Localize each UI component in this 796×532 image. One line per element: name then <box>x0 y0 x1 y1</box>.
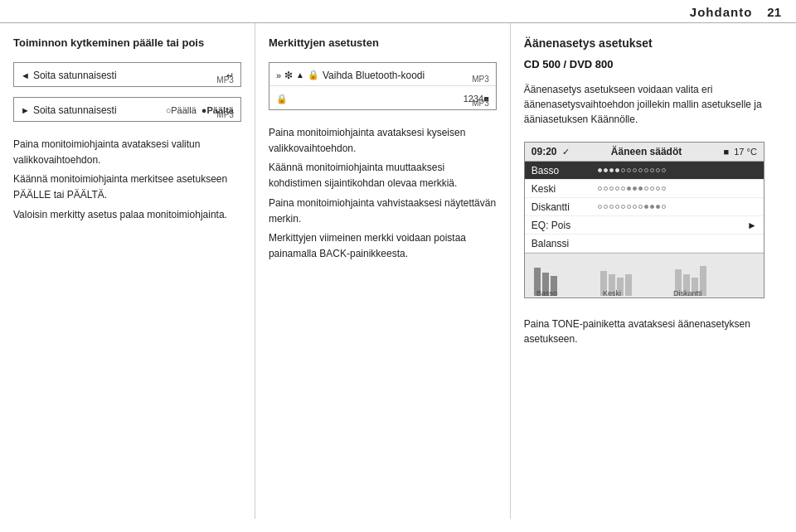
sound-row-keski[interactable]: Keski <box>525 180 764 198</box>
page-number: 21 <box>767 5 781 19</box>
time-display: 09:20 <box>531 146 557 157</box>
check-icon: ✓ <box>562 147 570 157</box>
dot <box>627 205 631 209</box>
dot <box>656 205 660 209</box>
basso-dots <box>598 168 757 172</box>
col2-text-1: Paina monitoimiohjainta avataksesi kysei… <box>269 125 497 157</box>
keski-label: Keski <box>531 183 598 195</box>
dot <box>644 168 648 172</box>
dot <box>662 205 666 209</box>
device-row: ◄ Soita satunnaisesti ↵ MP3 <box>14 63 240 86</box>
dot <box>638 168 643 172</box>
col1-text-2: Käännä monitoimiohjainta merkitsee asetu… <box>13 172 241 203</box>
page-title: Johdanto <box>690 5 753 19</box>
device-row-bt: » ❇ ▲ 🔒 Vaihda Bluetooth-koodi MP3 <box>269 63 496 86</box>
dot <box>662 186 666 191</box>
dot <box>633 186 637 191</box>
dot <box>615 168 619 172</box>
dot <box>604 205 608 209</box>
mp3-label: MP3 <box>472 75 489 84</box>
row-label: ► Soita satunnaisesti <box>21 104 166 116</box>
balanssi-label: Balanssi <box>531 238 598 249</box>
eq-arrow: ► <box>747 220 757 231</box>
row-text: Soita satunnaisesti <box>33 104 117 116</box>
dot <box>656 186 660 191</box>
dot <box>609 205 614 209</box>
sound-row-basso[interactable]: Basso <box>525 162 764 180</box>
row-text: Soita satunnaisesti <box>33 70 117 81</box>
bt-double-arrow: » <box>276 70 281 80</box>
dot <box>604 186 608 191</box>
sound-device: 09:20 ✓ Ääneen säädöt ■ 17 °C Basso <box>524 142 764 298</box>
bt-up: ▲ <box>296 70 304 80</box>
dot <box>633 205 637 209</box>
device-row-lock: 🔒 1234■ MP3 <box>269 86 496 109</box>
dot <box>662 168 666 172</box>
col1-text-1: Paina monitoimiohjainta avataksesi valit… <box>13 137 241 168</box>
col3-intro: Äänenasetys asetukseen voidaan valita er… <box>524 82 786 127</box>
lock-icon: 🔒 <box>308 70 319 80</box>
eq-label: EQ: Pois <box>531 220 598 231</box>
sound-header: 09:20 ✓ Ääneen säädöt ■ 17 °C <box>525 143 764 162</box>
arrow-icon: ► <box>21 105 30 115</box>
arrow-icon: ◄ <box>21 70 30 80</box>
dot <box>615 186 619 191</box>
dot <box>650 205 654 209</box>
diskantti-label: Diskantti <box>531 201 598 213</box>
diskantti-dots <box>598 205 757 209</box>
col2-title: Merkittyjen asetusten <box>269 36 497 51</box>
col-settings: Merkittyjen asetusten » ❇ ▲ 🔒 Vaihda Blu… <box>255 23 511 519</box>
dot <box>650 168 654 172</box>
dot <box>615 205 619 209</box>
dot <box>627 186 631 191</box>
chart-label-basso: Basso <box>536 289 557 296</box>
col2-text-2: Käännä monitoimiohjainta muuttaaksesi ko… <box>269 160 497 191</box>
bar <box>625 274 632 296</box>
dot <box>633 168 637 172</box>
sound-chart: Basso Keski Diskantti <box>532 259 756 296</box>
dot <box>598 186 602 191</box>
dot <box>638 205 643 209</box>
dot <box>638 186 643 191</box>
bt-icon: ❇ <box>284 70 293 81</box>
col3-title: Äänenasetys asetukset <box>524 36 786 50</box>
sound-title: Ääneen säädöt <box>575 146 719 157</box>
col1-text-3: Valoisin merkitty asetus palaa monitoimi… <box>13 207 241 223</box>
row-label: ◄ Soita satunnaisesti <box>21 70 226 81</box>
col-switch: Toiminnon kytkeminen päälle tai pois ◄ S… <box>0 23 255 519</box>
dot <box>644 205 648 209</box>
dot <box>621 186 625 191</box>
keski-dots <box>598 186 757 191</box>
mp3-label-2: MP3 <box>472 99 489 108</box>
col2-text: Paina monitoimiohjainta avataksesi kysei… <box>269 125 497 266</box>
dot <box>609 186 614 191</box>
basso-label: Basso <box>531 165 598 177</box>
col3-subtitle: CD 500 / DVD 800 <box>524 58 786 70</box>
chart-label-diskantti: Diskantti <box>673 289 702 296</box>
row-label: » ❇ ▲ 🔒 Vaihda Bluetooth-koodi <box>276 70 489 81</box>
device-mockup-1: ◄ Soita satunnaisesti ↵ MP3 <box>13 62 241 87</box>
main-content: Toiminnon kytkeminen päälle tai pois ◄ S… <box>0 23 796 519</box>
dot <box>598 205 602 209</box>
sound-row-diskantti[interactable]: Diskantti <box>525 198 764 216</box>
dot <box>644 186 648 191</box>
sound-row-eq[interactable]: EQ: Pois ► <box>525 216 764 235</box>
page-header: Johdanto 21 <box>0 0 796 23</box>
sound-icon: ■ <box>724 147 730 157</box>
mp3-label: MP3 <box>216 110 234 119</box>
dot <box>598 168 602 172</box>
lock-icon-2: 🔒 <box>276 94 288 104</box>
radio-paalla: ○Päällä <box>166 105 197 115</box>
device-mockup-bt: » ❇ ▲ 🔒 Vaihda Bluetooth-koodi MP3 🔒 123… <box>269 62 497 110</box>
device-mockup-2: ► Soita satunnaisesti ○Päällä ●Päältä MP… <box>13 97 241 122</box>
dot <box>656 168 660 172</box>
mp3-label: MP3 <box>216 75 234 85</box>
dot <box>621 168 625 172</box>
dot <box>604 168 608 172</box>
row-text: Vaihda Bluetooth-koodi <box>323 70 425 81</box>
row-label: 🔒 <box>276 94 464 104</box>
col1-text: Paina monitoimiohjainta avataksesi valit… <box>13 137 241 226</box>
col-sound: Äänenasetys asetukset CD 500 / DVD 800 Ä… <box>511 23 796 519</box>
sound-row-balanssi[interactable]: Balanssi <box>525 235 764 253</box>
dot <box>650 186 654 191</box>
